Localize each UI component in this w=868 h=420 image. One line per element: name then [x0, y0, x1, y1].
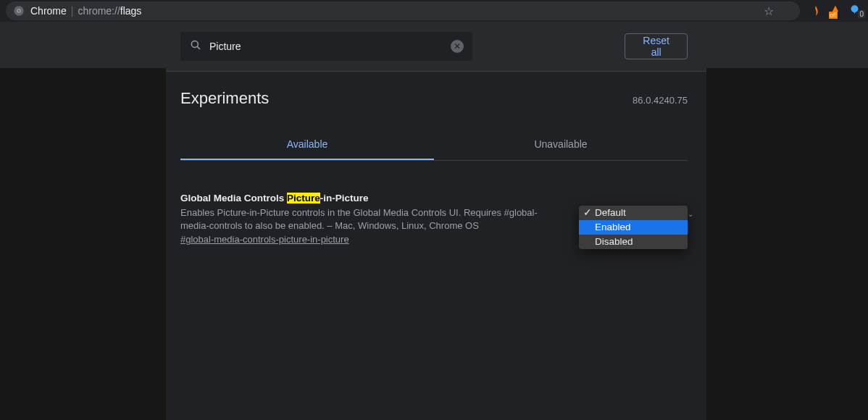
svg-point-2 [18, 10, 20, 12]
flag-title-highlight: Picture [287, 193, 320, 203]
flag-title-prefix: Global Media Controls [180, 193, 287, 203]
clear-search-icon[interactable]: ✕ [451, 40, 464, 53]
flag-title-suffix: -in-Picture [320, 193, 369, 203]
chevron-down-icon: ⌄ [688, 210, 693, 218]
extension-off-badge: off [829, 12, 838, 19]
browser-address-bar: Chrome | chrome://flags ☆ ▲ off 0 [0, 0, 868, 22]
left-void [0, 68, 166, 420]
right-void [706, 68, 868, 420]
flag-description: Enables Picture-in-Picture controls in t… [180, 206, 557, 232]
tab-available[interactable]: Available [180, 130, 434, 160]
extension-message-icon[interactable]: 0 [849, 4, 862, 17]
address-browser-label: Chrome [30, 5, 67, 17]
address-url-path: flags [120, 5, 142, 17]
dropdown-option-disabled[interactable]: Disabled [579, 235, 688, 249]
address-pill[interactable]: Chrome | chrome://flags ☆ [6, 1, 800, 20]
flag-title: Global Media Controls Picture-in-Picture [180, 193, 557, 203]
bookmark-star-icon[interactable]: ☆ [764, 4, 774, 18]
flag-select[interactable]: ⌄ Default Enabled Disabled [572, 206, 688, 245]
flag-dropdown-open: Default Enabled Disabled [579, 206, 688, 249]
version-label: 86.0.4240.75 [633, 95, 688, 106]
content-wrap: Experiments 86.0.4240.75 Available Unava… [166, 72, 702, 420]
flag-hash-link[interactable]: #global-media-controls-picture-in-pictur… [180, 234, 349, 245]
flag-item: Global Media Controls Picture-in-Picture… [180, 193, 688, 245]
tab-unavailable[interactable]: Unavailable [434, 130, 688, 160]
search-input[interactable] [209, 41, 451, 52]
address-url-scheme: chrome:// [78, 5, 120, 17]
svg-point-3 [191, 41, 198, 47]
dropdown-option-enabled[interactable]: Enabled [579, 220, 688, 235]
extension-off-icon[interactable]: ▲ off [829, 4, 842, 17]
extension-msg-badge: 0 [858, 10, 865, 18]
dropdown-option-default[interactable]: Default [579, 206, 688, 220]
search-box[interactable]: ✕ [180, 32, 472, 61]
reset-all-button[interactable]: Reset all [625, 33, 688, 59]
address-sep: | [71, 5, 74, 17]
tabs: Available Unavailable [180, 130, 688, 161]
svg-line-4 [197, 46, 200, 49]
page-title: Experiments [180, 89, 269, 108]
header-band: ✕ Reset all [0, 22, 868, 72]
search-icon [189, 38, 202, 55]
extension-flame-icon[interactable] [810, 5, 822, 17]
extensions-area: ▲ off 0 [810, 4, 862, 17]
chrome-icon [13, 5, 25, 17]
